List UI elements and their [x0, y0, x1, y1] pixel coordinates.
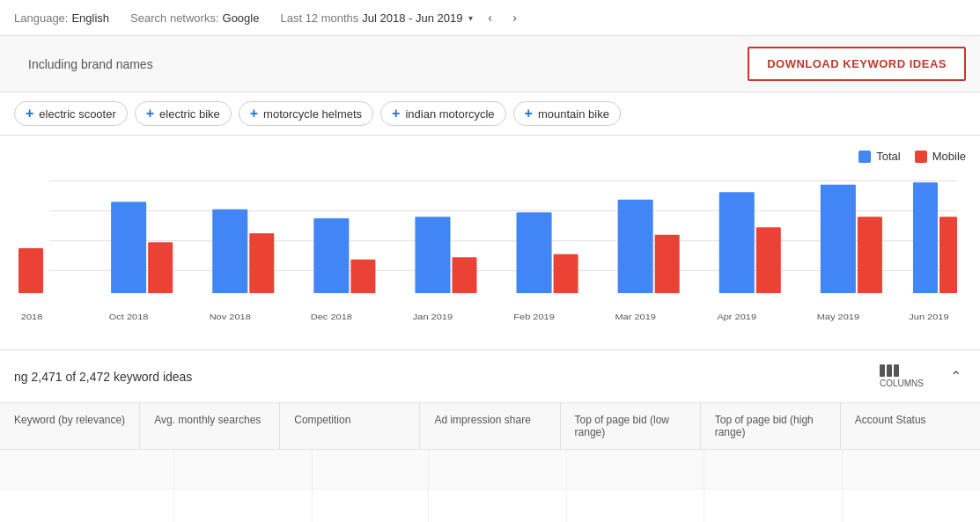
svg-text:Jun 2019: Jun 2019 [909, 312, 949, 321]
th-bid-high[interactable]: Top of page bid (high range) [701, 403, 841, 449]
td-bid-high [704, 450, 843, 489]
chip-electric-scooter[interactable]: + electric scooter [14, 101, 128, 126]
svg-rect-26 [821, 185, 856, 293]
legend-mobile-label: Mobile [932, 150, 966, 163]
add-icon: + [26, 106, 33, 121]
th-account-label: Account Status [855, 414, 926, 426]
td-account-status [843, 450, 980, 489]
svg-rect-30 [939, 217, 957, 293]
th-account-status[interactable]: Account Status [841, 403, 980, 449]
table-header: Keyword (by relevance) Avg. monthly sear… [0, 403, 980, 450]
collapse-button[interactable]: ⌃ [945, 366, 966, 387]
columns-label: COLUMNS [880, 379, 924, 388]
language-label: Language: [14, 11, 68, 25]
svg-text:Oct 2018: Oct 2018 [109, 312, 149, 321]
download-keyword-ideas-button[interactable]: DOWNLOAD KEYWORD IDEAS [748, 47, 966, 81]
th-bid-high-label: Top of page bid (high range) [715, 414, 814, 438]
chip-label: indian motorcycle [405, 107, 494, 121]
svg-rect-18 [554, 254, 578, 293]
language-selector[interactable]: Language: English [14, 11, 109, 25]
top-bar: Language: English Search networks: Googl… [0, 0, 980, 36]
svg-text:Feb 2019: Feb 2019 [513, 312, 555, 321]
td-searches [174, 450, 313, 489]
results-bar: ng 2,471 of 2,472 keyword ideas COLUMNS … [0, 350, 980, 403]
svg-text:May 2019: May 2019 [817, 312, 860, 321]
networks-selector[interactable]: Search networks: Google [130, 11, 259, 25]
add-icon: + [146, 106, 154, 121]
date-range-value: Jul 2018 - Jun 2019 [362, 11, 462, 25]
chart-legend: Total Mobile [14, 150, 966, 163]
results-actions: COLUMNS ⌃ [876, 361, 966, 392]
th-searches-label: Avg. monthly searches [154, 414, 261, 426]
chip-indian-motorcycle[interactable]: + indian motorcycle [380, 101, 506, 126]
date-nav: ‹ › [480, 7, 526, 28]
networks-label: Search networks: [130, 11, 218, 25]
date-range-dropdown[interactable]: Jul 2018 - Jun 2019 ▾ [362, 11, 472, 25]
td-competition [313, 450, 429, 489]
svg-rect-24 [756, 227, 781, 293]
th-competition[interactable]: Competition [280, 403, 420, 449]
td-account-status [843, 489, 980, 522]
prev-period-button[interactable]: ‹ [480, 7, 501, 28]
svg-rect-15 [452, 257, 476, 293]
th-competition-label: Competition [294, 414, 350, 426]
svg-rect-12 [350, 260, 375, 293]
svg-text:Nov 2018: Nov 2018 [210, 312, 251, 321]
chip-label: mountain bike [538, 107, 609, 121]
td-ad-impression [429, 450, 567, 489]
th-bid-low[interactable]: Top of page bid (low range) [561, 403, 701, 449]
chip-mountain-bike[interactable]: + mountain bike [513, 101, 621, 126]
chevron-down-icon: ▾ [468, 13, 473, 23]
chip-label: motorcycle helmets [263, 107, 362, 121]
td-competition [313, 489, 429, 522]
svg-text:2018: 2018 [21, 312, 43, 321]
svg-rect-23 [719, 192, 755, 293]
brand-names-bar: Including brand names DOWNLOAD KEYWORD I… [0, 36, 980, 92]
svg-text:Mar 2019: Mar 2019 [615, 312, 656, 321]
networks-value: Google [223, 11, 260, 25]
mobile-color-swatch [915, 151, 927, 163]
legend-total: Total [858, 150, 900, 163]
th-ad-impression[interactable]: Ad impression share [420, 403, 560, 449]
svg-rect-9 [249, 233, 274, 293]
td-searches [174, 489, 313, 522]
td-ad-impression [429, 489, 567, 522]
legend-total-label: Total [876, 150, 900, 163]
svg-rect-4 [18, 248, 43, 293]
svg-text:Dec 2018: Dec 2018 [311, 312, 352, 321]
td-keyword [0, 489, 174, 522]
td-keyword [0, 450, 174, 489]
svg-rect-14 [415, 217, 450, 293]
chip-electric-bike[interactable]: + electric bike [135, 101, 232, 126]
next-period-button[interactable]: › [505, 7, 526, 28]
svg-rect-11 [313, 218, 349, 293]
chip-label: electric scooter [39, 107, 115, 121]
svg-rect-17 [517, 212, 552, 293]
legend-mobile: Mobile [915, 150, 966, 163]
chip-label: electric bike [159, 107, 220, 121]
svg-rect-20 [618, 200, 653, 293]
svg-text:Jan 2019: Jan 2019 [413, 312, 453, 321]
svg-rect-27 [858, 217, 882, 293]
svg-text:Apr 2019: Apr 2019 [717, 312, 756, 321]
columns-icon [880, 364, 924, 377]
table-row [0, 489, 980, 522]
th-searches[interactable]: Avg. monthly searches [140, 403, 280, 449]
brand-names-label: Including brand names [14, 50, 167, 78]
keyword-chips-row: + electric scooter + electric bike + mot… [0, 92, 980, 136]
results-count: ng 2,471 of 2,472 keyword ideas [14, 370, 192, 384]
chip-motorcycle-helmets[interactable]: + motorcycle helmets [239, 101, 373, 126]
chart-area: Total Mobile Oct 2018 Nov 2018 [0, 136, 980, 350]
total-color-swatch [858, 151, 871, 163]
period-selector[interactable]: Last 12 months Jul 2018 - Jun 2019 ▾ ‹ › [280, 7, 525, 28]
svg-rect-8 [212, 210, 247, 293]
td-bid-high [704, 489, 843, 522]
th-keyword[interactable]: Keyword (by relevance) [0, 403, 140, 449]
svg-rect-29 [913, 182, 938, 293]
td-bid-low [567, 489, 705, 522]
chart-svg: Oct 2018 Nov 2018 Dec 2018 Jan 2019 Feb … [14, 173, 966, 323]
columns-button[interactable]: COLUMNS [876, 361, 927, 392]
th-bid-low-label: Top of page bid (low range) [575, 414, 669, 438]
th-keyword-label: Keyword (by relevance) [14, 414, 125, 426]
period-label: Last 12 months [280, 11, 358, 25]
